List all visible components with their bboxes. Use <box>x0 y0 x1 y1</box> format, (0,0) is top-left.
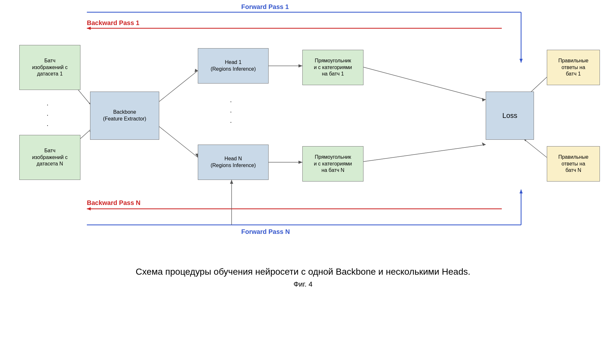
forward-pass-n-label: Forward Pass N <box>241 228 290 233</box>
dots-1: . . . <box>47 98 49 129</box>
svg-marker-9 <box>87 207 91 210</box>
head-1-box: Head 1 (Regions Inference) <box>198 48 269 84</box>
svg-marker-2 <box>519 59 523 63</box>
head-n-box: Head N (Regions Inference) <box>198 145 269 180</box>
answers-1-box: Правильные ответы на батч 1 <box>547 50 600 85</box>
answers-n-box: Правильные ответы на батч N <box>547 146 600 182</box>
svg-line-28 <box>523 138 547 157</box>
caption-fig: Фиг. 4 <box>0 280 606 289</box>
dots-middle: . . . <box>230 95 232 126</box>
batch-1-box: Батч изображений с датасета 1 <box>19 45 80 90</box>
caption-area: Схема процедуры обучения нейросети с одн… <box>0 267 606 295</box>
svg-marker-7 <box>519 190 523 193</box>
svg-marker-31 <box>230 180 233 184</box>
backward-pass-1-label: Backward Pass 1 <box>87 19 139 27</box>
svg-marker-23 <box>482 98 486 102</box>
svg-marker-19 <box>298 64 302 67</box>
svg-line-24 <box>359 145 486 162</box>
regions-n-box: Прямоугольник и с категориями на батч N <box>302 146 363 182</box>
regions-1-box: Прямоугольник и с категориями на батч 1 <box>302 50 363 85</box>
svg-marker-4 <box>87 27 91 30</box>
svg-marker-15 <box>195 69 198 72</box>
backward-pass-n-label: Backward Pass N <box>87 199 141 207</box>
caption-title: Схема процедуры обучения нейросети с одн… <box>0 267 606 277</box>
backbone-box: Backbone (Feature Extractor) <box>90 92 159 140</box>
svg-marker-25 <box>482 142 486 146</box>
svg-marker-21 <box>298 161 302 164</box>
diagram: Forward Pass 1 Backward Pass 1 Батч изоб… <box>0 0 606 263</box>
loss-box: Loss <box>486 92 534 140</box>
svg-line-16 <box>158 125 198 157</box>
svg-line-22 <box>359 66 486 100</box>
batch-n-box: Батч изображений с датасета N <box>19 135 80 180</box>
svg-line-14 <box>158 71 198 103</box>
forward-pass-1-label: Forward Pass 1 <box>241 3 289 11</box>
